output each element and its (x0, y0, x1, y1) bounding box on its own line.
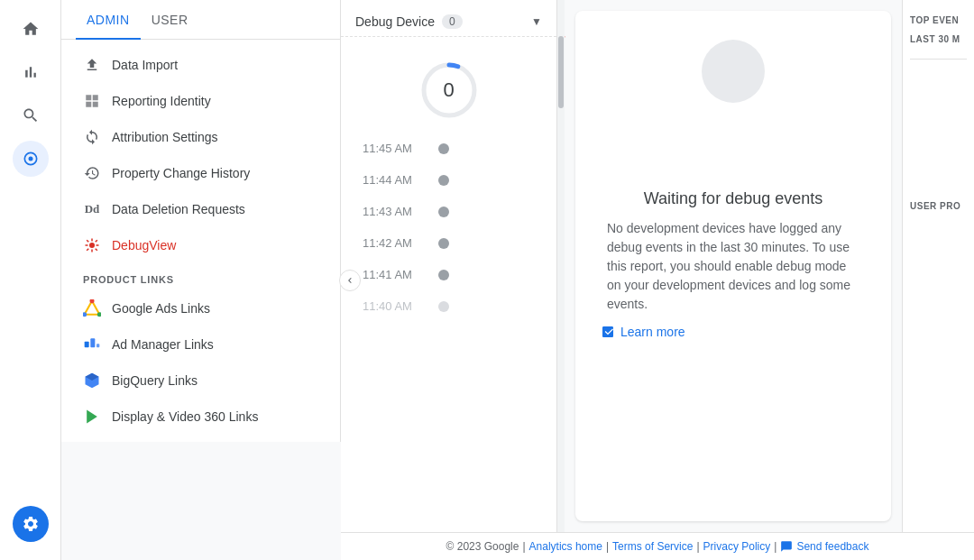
svg-marker-18 (87, 410, 97, 424)
time-dot (438, 175, 449, 186)
waiting-title: Waiting for debug events (644, 189, 822, 208)
time-dot-faded (438, 301, 449, 312)
grid-icon (83, 92, 101, 110)
footer-terms[interactable]: Terms of Service (612, 540, 693, 553)
right-panel-divider (910, 59, 967, 60)
waiting-description: No development devices have logged any d… (607, 219, 859, 314)
time-label: 11:40 AM (363, 299, 427, 313)
icon-navigation (0, 0, 61, 560)
sidebar-content: Data Import Reporting Identity Att (61, 40, 340, 442)
debug-device-row: Debug Device 0 ▼ (341, 11, 556, 36)
right-panel: TOP EVEN LAST 30 M USER PRO (902, 0, 974, 532)
sidebar-item-label: Display & Video 360 Links (112, 409, 258, 424)
sidebar-item-label: BigQuery Links (112, 373, 198, 388)
debug-circle: 0 (418, 59, 481, 122)
time-label: 11:41 AM (363, 268, 427, 281)
time-dot (438, 143, 449, 154)
waiting-circle-graphic (702, 40, 765, 103)
time-row: 11:42 AM (341, 227, 556, 259)
sidebar-item-label: Attribution Settings (112, 130, 218, 144)
time-label: 11:45 AM (363, 142, 427, 155)
sidebar-item-data-deletion[interactable]: Dd Data Deletion Requests (61, 191, 340, 227)
debug-panel: Debug Device 0 ▼ 0 11:45 AM (341, 0, 557, 532)
display-video-icon (83, 408, 101, 426)
svg-line-8 (96, 249, 97, 251)
sidebar-item-data-import[interactable]: Data Import (61, 47, 340, 83)
footer-feedback[interactable]: Send feedback (780, 540, 868, 553)
bigquery-icon (83, 372, 101, 390)
top-events-label: TOP EVEN (910, 14, 967, 27)
sidebar-item-property-change-history[interactable]: Property Change History (61, 155, 340, 191)
sidebar-item-label: Property Change History (112, 166, 250, 180)
data-deletion-icon: Dd (83, 200, 101, 218)
scroll-bar-area (557, 0, 565, 532)
main-content: Debug Device 0 ▼ 0 11:45 AM (341, 0, 974, 532)
scroll-thumb[interactable] (558, 36, 564, 108)
svg-line-7 (87, 240, 88, 242)
attribution-icon (83, 128, 101, 146)
learn-more-icon (601, 325, 615, 339)
user-prop-label: USER PRO (910, 200, 967, 213)
tab-user[interactable]: USER (141, 0, 199, 40)
debug-circle-container: 0 (341, 44, 556, 129)
svg-point-2 (89, 243, 95, 248)
sidebar-item-label: Ad Manager Links (112, 337, 214, 352)
footer-separator: | (522, 540, 525, 553)
google-ads-icon (83, 299, 101, 317)
learn-more-label: Learn more (620, 325, 685, 339)
debug-circle-value: 0 (443, 78, 454, 102)
sidebar-item-debugview[interactable]: DebugView (61, 227, 340, 263)
svg-line-10 (87, 249, 88, 251)
debug-device-label: Debug Device (355, 14, 435, 29)
sidebar: ADMIN USER Data Import Re (61, 0, 341, 442)
debugview-icon (83, 236, 101, 254)
sidebar-item-label: DebugView (112, 238, 176, 252)
sidebar-collapse-button[interactable] (339, 270, 361, 291)
explore-icon[interactable] (13, 97, 49, 133)
time-row: 11:45 AM (341, 133, 556, 164)
footer: © 2023 Google | Analytics home | Terms o… (341, 532, 974, 560)
svg-line-9 (96, 240, 97, 242)
home-icon[interactable] (13, 11, 49, 47)
time-list: 11:45 AM 11:44 AM 11:43 AM 11:42 AM 11:4… (341, 129, 556, 521)
time-row: 11:44 AM (341, 164, 556, 196)
footer-privacy[interactable]: Privacy Policy (703, 540, 771, 553)
sidebar-item-ad-manager[interactable]: Ad Manager Links (61, 326, 340, 363)
reports-icon[interactable] (13, 54, 49, 90)
footer-copyright: © 2023 Google (446, 540, 519, 553)
sidebar-item-label: Data Deletion Requests (112, 202, 245, 216)
time-label: 11:42 AM (363, 236, 427, 250)
footer-separator: | (774, 540, 776, 553)
time-row: 11:41 AM (341, 259, 556, 290)
main-content-area: Debug Device 0 ▼ 0 11:45 AM (341, 0, 974, 560)
tab-admin[interactable]: ADMIN (76, 0, 141, 40)
ad-manager-icon (83, 335, 101, 353)
advertising-icon[interactable] (13, 141, 49, 177)
sidebar-item-attribution-settings[interactable]: Attribution Settings (61, 119, 340, 155)
sidebar-item-google-ads[interactable]: Google Ads Links (61, 290, 340, 326)
sidebar-item-label: Data Import (112, 58, 178, 72)
dropdown-arrow-icon[interactable]: ▼ (531, 15, 542, 28)
sidebar-item-label: Reporting Identity (112, 94, 211, 108)
sidebar-item-display-video[interactable]: Display & Video 360 Links (61, 399, 340, 435)
footer-separator: | (606, 540, 609, 553)
debug-device-count: 0 (442, 14, 463, 29)
waiting-panel: Waiting for debug events No development … (575, 11, 891, 521)
footer-analytics-home[interactable]: Analytics home (529, 540, 602, 553)
time-label: 11:44 AM (363, 173, 427, 187)
sidebar-item-bigquery[interactable]: BigQuery Links (61, 363, 340, 399)
time-row: 11:43 AM (341, 196, 556, 227)
debug-divider (341, 36, 556, 37)
sidebar-tabs: ADMIN USER (61, 0, 340, 40)
sidebar-item-reporting-identity[interactable]: Reporting Identity (61, 83, 340, 119)
learn-more-link[interactable]: Learn more (597, 325, 685, 339)
time-label: 11:43 AM (363, 205, 427, 218)
time-dot (438, 270, 449, 280)
time-row: 11:40 AM (341, 290, 556, 322)
svg-point-1 (28, 157, 32, 161)
upload-icon (83, 56, 101, 74)
product-links-section-label: PRODUCT LINKS (61, 263, 340, 290)
settings-gear-button[interactable] (13, 506, 49, 542)
last-30-label: LAST 30 M (910, 34, 967, 44)
footer-feedback-link[interactable]: Send feedback (796, 540, 868, 553)
